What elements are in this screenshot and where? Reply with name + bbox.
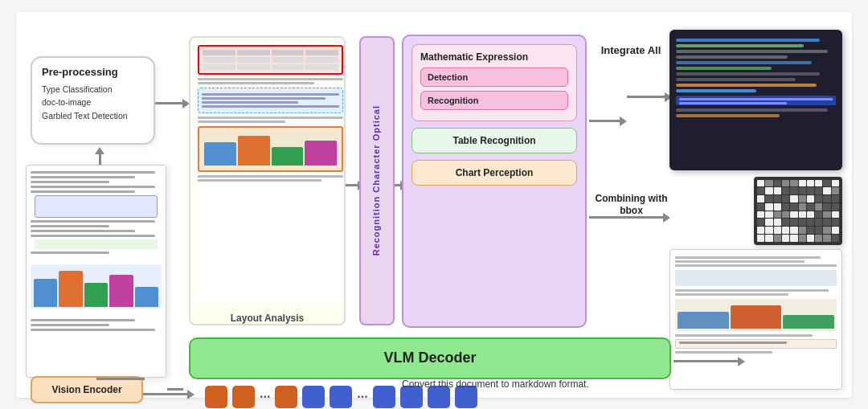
terminal-code-line bbox=[679, 102, 787, 104]
vision-encoder-label: Vision Encoder bbox=[51, 384, 121, 395]
layout-cell bbox=[272, 64, 305, 70]
layout-cell bbox=[237, 57, 270, 63]
layout-table-row bbox=[203, 57, 338, 63]
recognition-box: Recognition Character Optical bbox=[359, 36, 395, 325]
grid-cell bbox=[757, 219, 764, 226]
grid-cell bbox=[807, 235, 814, 242]
convert-label: Convert this document to markdown format… bbox=[402, 378, 589, 390]
grid-cell bbox=[790, 211, 797, 219]
grid-cell bbox=[832, 227, 839, 234]
document-image bbox=[26, 165, 166, 378]
grid-cell bbox=[757, 187, 764, 194]
grid-cell bbox=[815, 235, 822, 242]
grid-cell bbox=[782, 235, 789, 242]
doc-line bbox=[31, 252, 109, 254]
grid-cell bbox=[815, 195, 822, 202]
arrow-vlm-to-output bbox=[674, 357, 745, 366]
layout-chart-bars bbox=[203, 131, 338, 167]
grid-cell bbox=[765, 235, 772, 242]
grid-cell bbox=[799, 235, 806, 242]
layout-text bbox=[198, 78, 343, 80]
layout-table-highlight bbox=[198, 45, 343, 75]
output-line bbox=[675, 289, 829, 292]
doc-bar bbox=[34, 279, 57, 306]
output-line bbox=[675, 260, 805, 263]
detection-submodule: Detection bbox=[420, 67, 568, 87]
vlm-decoder-box: VLM Decoder bbox=[189, 337, 671, 379]
layout-text bbox=[198, 117, 343, 119]
layout-cell bbox=[237, 50, 270, 55]
arrow-doc-vision-h bbox=[96, 378, 145, 380]
terminal-line bbox=[676, 55, 788, 59]
grid-cell bbox=[807, 227, 814, 234]
grid-cell bbox=[757, 235, 764, 242]
grid-cell bbox=[757, 203, 764, 211]
output-bar bbox=[678, 312, 729, 328]
grid-cell bbox=[757, 211, 764, 219]
arrow-modules-to-integrate bbox=[589, 117, 627, 126]
grid-cell bbox=[790, 219, 797, 226]
grid-cell bbox=[790, 235, 797, 242]
token-dots-2: ··· bbox=[357, 390, 367, 404]
layout-bar bbox=[204, 142, 236, 166]
grid-cell bbox=[774, 211, 781, 219]
arrow-modules-to-combining bbox=[589, 213, 670, 223]
layout-box: Layout Analysis bbox=[189, 36, 346, 325]
output-line bbox=[675, 334, 813, 337]
grid-cell bbox=[832, 195, 839, 202]
layout-text bbox=[202, 101, 298, 104]
grid-cell bbox=[807, 187, 814, 194]
layout-cell bbox=[272, 50, 305, 55]
arrow-preprocess-to-layout bbox=[155, 99, 190, 108]
layout-bar bbox=[272, 147, 304, 166]
grid-cell bbox=[790, 180, 797, 187]
grid-cell bbox=[807, 203, 814, 211]
grid-box bbox=[754, 177, 842, 245]
layout-bar bbox=[305, 141, 337, 166]
layout-cell bbox=[305, 57, 338, 63]
grid-cell bbox=[782, 195, 789, 202]
doc-line bbox=[31, 190, 135, 193]
grid-cell bbox=[782, 180, 789, 187]
grid-cell bbox=[799, 203, 806, 211]
doc-line bbox=[31, 186, 155, 188]
doc-text-lines bbox=[27, 166, 166, 260]
grid-cell bbox=[757, 227, 764, 234]
layout-bar bbox=[238, 136, 270, 166]
grid-cell bbox=[782, 203, 789, 211]
grid-cell bbox=[815, 187, 822, 194]
grid-cell bbox=[765, 219, 772, 226]
doc-line bbox=[31, 230, 135, 232]
chart-module: Chart Perception bbox=[411, 160, 577, 186]
token-orange-2 bbox=[232, 386, 255, 408]
layout-text bbox=[198, 82, 314, 84]
grid-cell bbox=[757, 195, 764, 202]
doc-line bbox=[31, 181, 109, 183]
terminal-line bbox=[676, 89, 756, 92]
token-dots-1: ··· bbox=[260, 390, 270, 404]
layout-cell bbox=[305, 64, 338, 70]
grid-cell bbox=[832, 219, 839, 226]
doc-line bbox=[31, 319, 135, 321]
doc-line bbox=[31, 171, 155, 174]
grid-cell bbox=[799, 195, 806, 202]
math-title: Mathematic Expression bbox=[420, 51, 568, 63]
output-line bbox=[675, 264, 837, 267]
grid-cell bbox=[774, 235, 781, 242]
doc-table bbox=[35, 195, 158, 218]
layout-text bbox=[198, 121, 285, 123]
grid-cell bbox=[790, 203, 797, 211]
preprocess-box: Pre-processing Type Classification doc-t… bbox=[31, 56, 155, 145]
doc-more-lines bbox=[27, 313, 166, 337]
token-orange-1 bbox=[205, 386, 227, 408]
doc-line bbox=[31, 225, 109, 227]
output-bar bbox=[731, 305, 782, 329]
preprocess-item-3: Garbled Text Detection bbox=[42, 109, 144, 123]
terminal-line bbox=[676, 50, 828, 53]
doc-bar bbox=[135, 287, 158, 307]
doc-bar bbox=[109, 275, 133, 306]
grid-cell bbox=[823, 180, 830, 187]
grid-cell bbox=[823, 219, 830, 226]
output-line bbox=[675, 351, 772, 354]
layout-chart-highlight bbox=[198, 126, 343, 172]
